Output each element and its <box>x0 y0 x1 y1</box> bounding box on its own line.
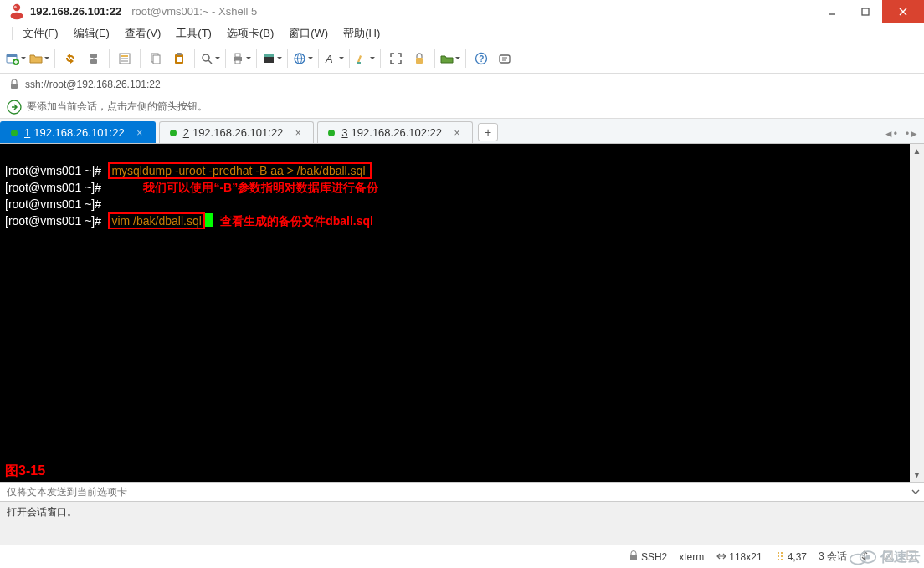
close-button[interactable] <box>882 0 924 23</box>
lock-icon <box>8 79 20 90</box>
compose-bar-button[interactable] <box>494 48 516 69</box>
add-session-icon[interactable] <box>7 100 22 115</box>
svg-rect-37 <box>500 55 510 63</box>
menu-tools[interactable]: 工具(T) <box>176 26 212 41</box>
tab-number: 1 <box>24 126 30 139</box>
disconnect-button[interactable] <box>83 48 105 69</box>
tab-nav-prev-icon[interactable]: ◄• <box>884 128 897 140</box>
svg-point-22 <box>203 54 209 61</box>
command-box: vim /bak/dball.sql <box>108 212 204 229</box>
message-bar: 打开会话窗口。 <box>0 502 924 520</box>
tab-2[interactable]: 2 192.168.26.101:22 × <box>159 121 315 143</box>
new-tab-button[interactable]: + <box>478 123 498 141</box>
tab-number: 3 <box>341 126 347 139</box>
svg-point-1 <box>11 12 23 18</box>
svg-rect-25 <box>235 54 240 57</box>
paste-button[interactable] <box>168 48 190 69</box>
menu-grip <box>12 27 13 40</box>
status-cursor: 4,37 <box>774 550 807 563</box>
svg-rect-45 <box>778 555 779 557</box>
scroll-track[interactable] <box>910 158 924 468</box>
status-dot-icon <box>11 130 18 136</box>
maximize-button[interactable] <box>849 0 882 23</box>
status-bar: SSH2 xterm 118x21 4,37 3 会话 A 1 <box>0 545 924 568</box>
menu-view[interactable]: 查看(V) <box>125 26 161 41</box>
figure-label: 图3-15 <box>5 463 45 478</box>
title-bar: 192.168.26.101:22 root@vms001:~ - Xshell… <box>0 0 924 23</box>
annotation: 查看生成的备份文件dball.sql <box>220 214 373 228</box>
menu-tabs[interactable]: 选项卡(B) <box>227 26 274 41</box>
prompt: [root@vms001 ~]# <box>5 214 101 228</box>
svg-rect-18 <box>153 55 160 64</box>
reconnect-button[interactable] <box>59 48 81 69</box>
menu-help[interactable]: 帮助(H) <box>343 26 380 41</box>
svg-rect-33 <box>357 62 361 64</box>
app-icon <box>8 3 25 20</box>
command-text: mysqldump -uroot -predhat -B aa > /bak/d… <box>111 164 365 177</box>
fullscreen-button[interactable] <box>385 48 407 69</box>
status-sessions: 3 会话 <box>819 550 847 564</box>
svg-point-0 <box>13 3 20 10</box>
help-button[interactable]: ? <box>470 48 492 69</box>
svg-rect-26 <box>235 60 240 64</box>
terminal[interactable]: [root@vms001 ~]# mysqldump -uroot -predh… <box>0 144 910 482</box>
address-bar[interactable]: ssh://root@192.168.26.101:22 <box>0 74 924 95</box>
menu-bar: 文件(F) 编辑(E) 查看(V) 工具(T) 选项卡(B) 窗口(W) 帮助(… <box>0 23 924 43</box>
scroll-down-icon[interactable]: ▼ <box>910 468 924 482</box>
properties-button[interactable] <box>114 48 136 69</box>
status-term: xterm <box>679 551 704 563</box>
tab-nav-arrows[interactable]: ◄• •► <box>884 128 919 140</box>
command-text: vim /bak/dball.sql <box>111 214 201 228</box>
tab-1[interactable]: 1 192.168.26.101:22 × <box>0 121 156 143</box>
new-session-button[interactable] <box>5 48 27 69</box>
tab-3[interactable]: 3 192.168.26.102:22 × <box>317 121 473 143</box>
tab-nav-next-icon[interactable]: •► <box>906 128 919 140</box>
lock-button[interactable] <box>408 48 430 69</box>
scroll-up-icon[interactable]: ▲ <box>910 144 924 158</box>
svg-rect-20 <box>177 53 182 55</box>
address-url: ssh://root@192.168.26.101:22 <box>25 79 161 90</box>
svg-rect-11 <box>90 59 97 64</box>
hint-text: 要添加当前会话，点击左侧的箭头按钮。 <box>27 100 208 114</box>
command-box: mysqldump -uroot -predhat -B aa > /bak/d… <box>108 162 372 179</box>
toolbar: A ? <box>0 43 924 74</box>
encoding-button[interactable] <box>292 48 314 69</box>
open-session-button[interactable] <box>28 48 50 69</box>
tab-label: 192.168.26.101:22 <box>192 126 283 139</box>
tab-close-icon[interactable]: × <box>291 126 305 140</box>
prompt: [root@vms001 ~]# <box>5 164 101 177</box>
tab-label: 192.168.26.101:22 <box>33 126 124 139</box>
svg-rect-21 <box>177 57 182 62</box>
svg-line-23 <box>208 60 212 64</box>
svg-rect-40 <box>11 84 18 89</box>
color-scheme-button[interactable] <box>261 48 283 69</box>
find-button[interactable] <box>199 48 221 69</box>
cursor <box>205 213 213 227</box>
copy-button[interactable] <box>145 48 167 69</box>
menu-edit[interactable]: 编辑(E) <box>74 26 110 41</box>
hint-bar: 要添加当前会话，点击左侧的箭头按钮。 <box>0 95 924 119</box>
compose-target-dropdown[interactable] <box>906 483 924 501</box>
terminal-scrollbar[interactable]: ▲ ▼ <box>910 144 924 482</box>
menu-file[interactable]: 文件(F) <box>23 26 59 41</box>
minimize-button[interactable] <box>815 0 849 23</box>
font-button[interactable]: A <box>323 48 345 69</box>
status-dot-icon <box>170 130 177 136</box>
tab-close-icon[interactable]: × <box>133 126 146 140</box>
title-ip: 192.168.26.101:22 <box>30 5 121 18</box>
svg-rect-47 <box>778 559 779 560</box>
highlight-button[interactable] <box>354 48 376 69</box>
xftp-button[interactable] <box>439 48 461 69</box>
menu-window[interactable]: 窗口(W) <box>289 26 328 41</box>
svg-rect-46 <box>781 555 783 557</box>
svg-point-53 <box>850 555 866 565</box>
status-proto: SSH2 <box>628 550 667 563</box>
status-dot-icon <box>328 130 335 136</box>
svg-rect-8 <box>7 54 17 57</box>
svg-rect-44 <box>781 552 783 554</box>
title-suffix: root@vms001:~ - Xshell 5 <box>131 5 257 18</box>
print-button[interactable] <box>230 48 252 69</box>
compose-input[interactable] <box>0 483 906 501</box>
tab-close-icon[interactable]: × <box>450 126 464 140</box>
svg-rect-43 <box>778 552 779 554</box>
